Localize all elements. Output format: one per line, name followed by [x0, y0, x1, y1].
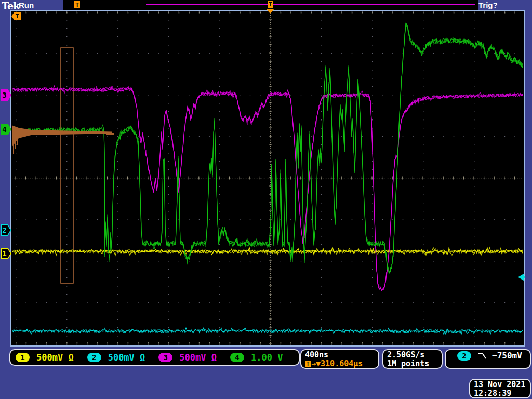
channel-2-position-marker: 2	[1, 224, 11, 236]
trigger-status: Trig?	[478, 1, 498, 9]
channel-3-position-marker: 3	[1, 89, 11, 101]
timebase-readout: 400ns T→▼310.604µs	[300, 349, 379, 369]
trigger-position-icon: T	[268, 1, 273, 8]
channel-2-scale: 500mV Ω	[108, 352, 145, 363]
channel-1-badge: 1	[16, 353, 30, 362]
record-length: 1M points	[387, 360, 442, 368]
channel-4-scale: 1.00 V	[251, 352, 283, 363]
trigger-level-value: −750mV	[492, 351, 522, 361]
record-trigger-icon: T	[74, 1, 80, 8]
delay-value: 310.604µs	[321, 360, 363, 368]
channel-4-badge: 4	[230, 353, 244, 362]
delay-arrow-icon: →▼	[311, 360, 321, 368]
channel-readouts: 1 500mV Ω 2 500mV Ω 3 500mV Ω 4 1.00 V	[9, 349, 300, 366]
time-value: 12:28:39	[474, 389, 530, 398]
datetime-readout: 13 Nov 2021 12:28:39	[469, 379, 531, 398]
waveform-display	[10, 10, 525, 347]
acquisition-readout: 2.50GS/s 1M points	[382, 349, 443, 369]
record-view-line	[146, 4, 475, 5]
timebase-scale: 400ns	[305, 351, 378, 360]
channel-3-scale: 500mV Ω	[179, 352, 217, 363]
falling-edge-icon	[477, 352, 488, 360]
trigger-position-triangle-icon	[266, 9, 274, 14]
delay-t-icon: T	[305, 361, 311, 367]
channel-2-badge: 2	[87, 353, 101, 362]
trigger-source-badge: 2	[457, 351, 471, 361]
sample-rate: 2.50GS/s	[387, 351, 442, 360]
acquisition-status: Run	[19, 1, 34, 9]
channel-1-position-marker: 1	[1, 248, 11, 259]
date-value: 13 Nov 2021	[474, 380, 530, 389]
oscilloscope-ui: Tek Run T Trig? T T 3 4 2 1 1 500mV Ω 2 …	[0, 0, 532, 399]
channel-4-position-marker: 4	[1, 124, 11, 135]
waveform-canvas	[10, 10, 525, 347]
trigger-level-arrow-tail	[523, 276, 525, 278]
trigger-delay-readout: T→▼310.604µs	[305, 360, 378, 368]
trigger-readout: 2 −750mV	[445, 349, 531, 369]
channel-3-badge: 3	[158, 353, 172, 362]
channel-1-scale: 500mV Ω	[36, 352, 74, 363]
